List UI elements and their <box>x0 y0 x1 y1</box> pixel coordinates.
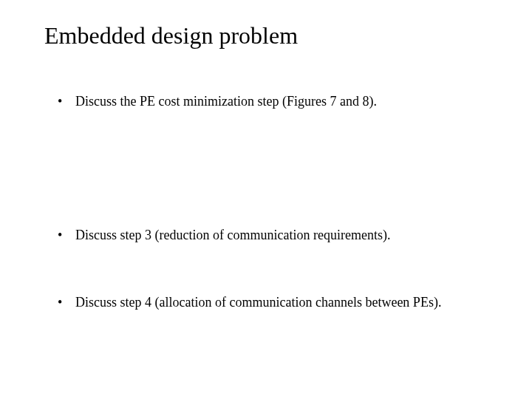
slide-title: Embedded design problem <box>44 22 488 50</box>
list-item: Discuss step 3 (reduction of communicati… <box>58 228 488 243</box>
bullet-list: Discuss the PE cost minimization step (F… <box>58 94 488 310</box>
list-item: Discuss step 4 (allocation of communicat… <box>58 295 488 310</box>
slide: Embedded design problem Discuss the PE c… <box>0 0 532 399</box>
list-item: Discuss the PE cost minimization step (F… <box>58 94 488 109</box>
